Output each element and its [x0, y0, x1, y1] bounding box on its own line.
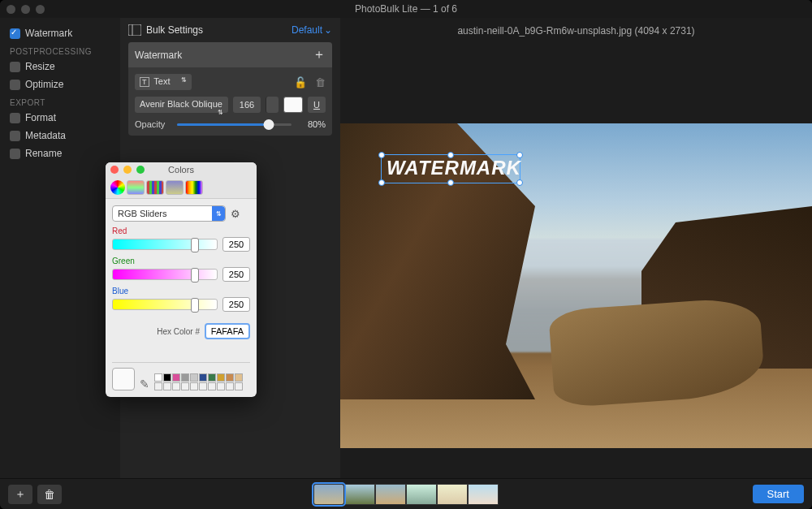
thumbnail-4[interactable] — [406, 484, 437, 505]
watermark-type-select[interactable]: T Text ⇅ — [135, 74, 192, 90]
swatch-cell[interactable] — [235, 382, 243, 390]
hex-input[interactable] — [205, 323, 250, 339]
pencils-mode-icon[interactable] — [185, 180, 203, 195]
handle-top-right[interactable] — [516, 152, 523, 158]
swatch-cell[interactable] — [181, 382, 189, 390]
delete-images-button[interactable]: 🗑 — [37, 485, 62, 504]
colors-popover: Colors RGB Sliders ⇅ ⚙ Red Green Blue — [106, 162, 257, 397]
slider-knob[interactable] — [191, 298, 199, 313]
thumbnail-strip — [313, 484, 499, 505]
eyedropper-icon[interactable]: ✎ — [140, 377, 149, 390]
checkbox-icon[interactable] — [10, 149, 20, 159]
lock-icon[interactable]: 🔓 — [294, 76, 307, 88]
blue-input[interactable] — [222, 297, 250, 312]
swatch-cell[interactable] — [208, 382, 216, 390]
swatch-cell[interactable] — [172, 382, 180, 390]
swatch-cell[interactable] — [190, 382, 198, 390]
underline-button[interactable]: U — [308, 97, 326, 113]
swatch-cell[interactable] — [226, 373, 234, 382]
opacity-label: Opacity — [135, 119, 172, 129]
image-mode-icon[interactable] — [166, 180, 184, 195]
swatch-cell[interactable] — [199, 382, 207, 390]
sidebar-section-postprocessing: POSTPROCESSING — [0, 42, 120, 58]
sidebar-item-watermark[interactable]: Watermark — [0, 24, 120, 42]
slider-knob[interactable] — [191, 238, 199, 252]
sidebar-item-rename[interactable]: Rename — [0, 145, 120, 162]
watermark-selection-box[interactable]: WATERMARK — [381, 154, 520, 183]
checkbox-icon[interactable] — [10, 28, 20, 39]
swatch-cell[interactable] — [217, 382, 225, 390]
add-watermark-button[interactable]: ＋ — [313, 46, 326, 63]
sidebar-item-resize[interactable]: Resize — [0, 58, 120, 75]
thumbnail-3[interactable] — [375, 484, 406, 505]
sidebar-label: Metadata — [25, 130, 66, 141]
palettes-mode-icon[interactable] — [146, 180, 164, 195]
popover-title: Colors — [106, 165, 257, 175]
chevron-updown-icon: ⇅ — [212, 206, 225, 221]
checkbox-icon[interactable] — [10, 131, 20, 141]
font-size-input[interactable] — [233, 97, 261, 113]
swatch-cell[interactable] — [181, 373, 189, 382]
slider-type-select[interactable]: RGB Sliders ⇅ — [112, 205, 226, 222]
green-label: Green — [112, 257, 250, 265]
swatch-cell[interactable] — [199, 373, 207, 382]
sidebar-item-format[interactable]: Format — [0, 109, 120, 127]
chevron-down-icon: ⌄ — [324, 24, 332, 36]
handle-bottom-right[interactable] — [516, 179, 523, 186]
popover-body: RGB Sliders ⇅ ⚙ Red Green Blue Hex Color… — [106, 199, 257, 397]
red-slider[interactable] — [112, 239, 218, 250]
checkbox-icon[interactable] — [10, 62, 20, 72]
slider-knob[interactable] — [191, 268, 199, 283]
handle-top-left[interactable] — [378, 152, 385, 158]
blue-label: Blue — [112, 287, 250, 295]
thumbnail-1[interactable] — [313, 484, 344, 505]
swatch-grid — [154, 373, 243, 390]
swatch-cell[interactable] — [226, 382, 234, 390]
swatch-cell[interactable] — [154, 373, 162, 382]
green-slider[interactable] — [112, 269, 218, 280]
add-images-button[interactable]: ＋ — [8, 485, 32, 504]
handle-bottom-left[interactable] — [378, 179, 385, 186]
start-button[interactable]: Start — [753, 485, 804, 503]
swatch-cell[interactable] — [190, 373, 198, 382]
opacity-slider[interactable] — [177, 123, 292, 126]
slider-thumb[interactable] — [263, 119, 274, 130]
wheel-mode-icon[interactable] — [110, 180, 125, 195]
preset-dropdown[interactable]: Default ⌄ — [292, 24, 332, 36]
blue-slider[interactable] — [112, 299, 218, 310]
handle-bottom-center[interactable] — [447, 179, 454, 186]
red-input[interactable] — [222, 237, 250, 252]
thumbnail-2[interactable] — [344, 484, 375, 505]
thumbnail-5[interactable] — [437, 484, 468, 505]
font-select[interactable]: Avenir Black Oblique ⇅ — [135, 97, 228, 113]
swatch-cell[interactable] — [208, 373, 216, 382]
sliders-mode-icon[interactable] — [127, 180, 145, 195]
swatch-cell[interactable] — [235, 373, 243, 382]
swatch-cell[interactable] — [163, 373, 171, 382]
sidebar-label: Format — [25, 112, 56, 123]
swatch-cell[interactable] — [172, 373, 180, 382]
swatch-cell[interactable] — [163, 382, 171, 390]
swatch-cell[interactable] — [154, 382, 162, 390]
handle-top-center[interactable] — [447, 152, 454, 158]
sidebar-item-metadata[interactable]: Metadata — [0, 127, 120, 145]
thumbnail-6[interactable] — [468, 484, 499, 505]
gear-icon[interactable]: ⚙ — [231, 208, 240, 220]
sidebar-label: Optimize — [25, 79, 63, 90]
preview-canvas[interactable]: WATERMARK — [340, 44, 812, 478]
updown-icon: ⇅ — [181, 76, 187, 84]
sidebar-item-optimize[interactable]: Optimize — [0, 75, 120, 93]
checkbox-icon[interactable] — [10, 80, 20, 90]
green-input[interactable] — [222, 267, 250, 282]
opacity-value: 80% — [296, 119, 326, 129]
checkbox-icon[interactable] — [10, 113, 20, 123]
watermark-text[interactable]: WATERMARK — [387, 157, 521, 179]
sidebar-section-export: EXPORT — [0, 93, 120, 109]
size-stepper[interactable] — [266, 97, 279, 113]
color-swatch-button[interactable] — [283, 97, 303, 113]
current-color-swatch[interactable] — [112, 368, 135, 390]
red-label: Red — [112, 226, 250, 235]
trash-icon[interactable]: 🗑 — [315, 76, 326, 88]
preview-filename: austin-neill-0A_b9G-Rm6w-unsplash.jpg (4… — [340, 18, 812, 44]
swatch-cell[interactable] — [217, 373, 225, 382]
